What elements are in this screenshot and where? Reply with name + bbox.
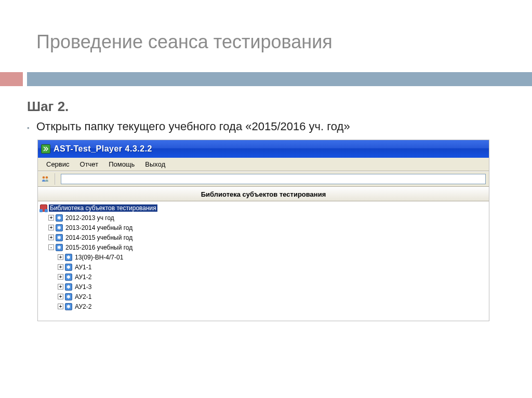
panel-header: Библиотека субъектов тестирования: [38, 187, 489, 201]
expand-icon[interactable]: +: [48, 225, 54, 230]
instruction-text: Открыть папку текущего учебного года «20…: [27, 120, 511, 133]
people-icon[interactable]: [41, 175, 49, 183]
expand-icon[interactable]: +: [58, 254, 63, 260]
tree-item-label: 2013-2014 учебный год: [64, 224, 134, 231]
tree-item-label: 2015-2016 учебный год: [64, 244, 134, 251]
slide: Проведение сеанса тестирования Шаг 2. От…: [0, 0, 532, 398]
folder-icon: [65, 273, 72, 281]
tree-item-label: 2012-2013 уч год: [64, 214, 115, 222]
toolbar: [38, 171, 489, 187]
menubar: Сервис Отчет Помощь Выход: [38, 158, 489, 171]
tree-child-item[interactable]: + АУ2-1: [58, 292, 487, 301]
tree-item-label: 13(09)-ВН-4/7-01: [74, 254, 124, 261]
root-icon: [40, 204, 47, 212]
app-window: AST-Test_Player 4.3.2.2 Сервис Отчет Пом…: [37, 140, 489, 321]
expand-icon[interactable]: +: [48, 215, 54, 221]
folder-icon: [65, 293, 72, 300]
accent-bar-orange: [0, 72, 23, 86]
titlebar[interactable]: AST-Test_Player 4.3.2.2: [38, 140, 489, 158]
tree-year-item[interactable]: + 2014-2015 учебный год: [48, 232, 487, 242]
tree-year-item[interactable]: + 2013-2014 учебный год: [48, 223, 487, 232]
accent-bar-gray: [27, 72, 532, 86]
folder-icon: [65, 283, 72, 291]
folder-icon: [65, 264, 72, 271]
tree-root[interactable]: Библиотека субъектов тестирования: [40, 203, 487, 213]
toolbar-separator: [55, 173, 56, 185]
expand-icon[interactable]: +: [58, 264, 63, 270]
menu-help[interactable]: Помощь: [103, 159, 140, 170]
tree-panel: Библиотека субъектов тестирования + 2012…: [38, 201, 489, 321]
tree-year-item[interactable]: + 2012-2013 уч год: [48, 213, 487, 223]
tree-item-label: АУ1-2: [74, 273, 92, 281]
collapse-icon[interactable]: -: [48, 244, 54, 250]
folder-icon: [56, 244, 63, 251]
folder-icon: [56, 224, 63, 231]
expand-icon[interactable]: +: [58, 304, 63, 309]
slide-title: Проведение сеанса тестирования: [0, 0, 532, 63]
menu-report[interactable]: Отчет: [75, 159, 104, 170]
tree-item-label: АУ1-1: [74, 264, 92, 271]
tree-child-item[interactable]: + 13(09)-ВН-4/7-01: [58, 252, 487, 262]
tree-child-item[interactable]: + АУ1-3: [58, 282, 487, 292]
folder-icon: [56, 214, 63, 222]
step-label: Шаг 2.: [27, 99, 511, 115]
svg-point-1: [46, 176, 48, 179]
tree-child-item[interactable]: + АУ1-2: [58, 272, 487, 282]
tree-item-label: АУ2-1: [74, 293, 92, 300]
expand-icon[interactable]: +: [58, 294, 63, 299]
folder-icon: [65, 254, 72, 261]
tree-item-label: АУ1-3: [74, 283, 92, 291]
tree-item-label: 2014-2015 учебный год: [64, 234, 134, 241]
svg-point-0: [43, 176, 45, 179]
expand-icon[interactable]: +: [58, 284, 63, 290]
folder-icon: [65, 303, 72, 310]
tree-root-label: Библиотека субъектов тестирования: [49, 204, 157, 212]
expand-icon[interactable]: +: [58, 274, 63, 280]
app-icon: [41, 144, 50, 154]
tree-child-item[interactable]: + АУ1-1: [58, 262, 487, 272]
slide-content: Шаг 2. Открыть папку текущего учебного г…: [27, 99, 511, 321]
folder-icon: [56, 234, 63, 241]
tree-year-item[interactable]: - 2015-2016 учебный год: [48, 242, 487, 252]
menu-service[interactable]: Сервис: [41, 159, 75, 170]
expand-icon[interactable]: +: [48, 235, 54, 240]
tree-child-item[interactable]: + АУ2-2: [58, 301, 487, 311]
window-title: AST-Test_Player 4.3.2.2: [54, 144, 152, 154]
tree-item-label: АУ2-2: [74, 303, 92, 310]
toolbar-field[interactable]: [61, 174, 486, 184]
menu-exit[interactable]: Выход: [140, 159, 170, 170]
